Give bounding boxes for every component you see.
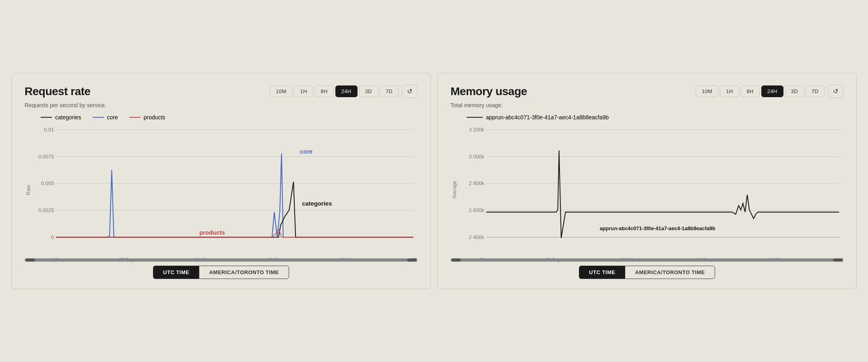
svg-text:2 400k: 2 400k [469,234,484,240]
request-rate-panel: Request rate 10M 1H 8H 24H 3D 7D ↺ Reque… [11,73,431,289]
legend-apprun: apprun-abc4c071-3f0e-41a7-aec4-1a8b8eacf… [467,114,609,121]
right-btn-24h[interactable]: 24H [761,85,783,97]
left-timezone-toggle: UTC TIME AMERICA/TORONTO TIME [25,266,417,279]
right-chart-inner: 3 200k 3 000k 2 800k 2 600k 2 400k appru… [459,125,843,254]
left-btn-8h[interactable]: 8H [315,85,334,97]
svg-text:2 800k: 2 800k [469,180,484,186]
products-line [129,117,141,118]
products-label: products [144,114,165,121]
categories-line [41,117,52,118]
left-slider-thumb-right[interactable] [407,258,417,262]
left-chart-inner: 0.01 0.0075 0.005 0.0025 0 [33,125,417,254]
svg-text:0: 0 [51,234,54,240]
legend-products: products [129,114,165,121]
left-legend: categories core products [25,114,417,121]
right-btn-10m[interactable]: 10M [696,85,718,97]
svg-text:2 600k: 2 600k [469,207,484,213]
svg-text:core: core [300,148,312,155]
left-panel-title: Request rate [25,85,91,98]
svg-text:0.0075: 0.0075 [38,154,54,160]
left-subtitle: Requests per second by service. [25,102,417,108]
categories-label: categories [55,114,81,121]
left-chart-area: Rate 0.01 0.0075 0.005 0.0025 [25,125,417,254]
svg-text:3 200k: 3 200k [469,127,484,133]
svg-text:0.005: 0.005 [41,180,54,186]
right-utc-button[interactable]: UTC TIME [579,266,625,279]
svg-text:0.01: 0.01 [44,127,54,133]
left-chart-svg: 0.01 0.0075 0.005 0.0025 0 [33,125,417,256]
right-chart-svg: 3 200k 3 000k 2 800k 2 600k 2 400k appru… [459,125,843,256]
core-label: core [107,114,118,121]
left-btn-1h[interactable]: 1H [294,85,313,97]
svg-text:apprun-abc4c071-3f0e-41a7-aec4: apprun-abc4c071-3f0e-41a7-aec4-1a8b8eacf… [600,225,716,231]
left-btn-7d[interactable]: 7D [380,85,399,97]
right-btn-8h[interactable]: 8H [741,85,760,97]
right-panel-title: Memory usage [451,85,527,98]
left-time-controls: 10M 1H 8H 24H 3D 7D ↺ [270,85,417,98]
svg-text:3 000k: 3 000k [469,154,484,160]
right-slider-thumb-right[interactable] [833,258,843,262]
left-toronto-button[interactable]: AMERICA/TORONTO TIME [199,266,289,279]
left-slider-thumb-left[interactable] [25,258,35,262]
right-slider-fill [461,258,833,262]
apprun-label: apprun-abc4c071-3f0e-41a7-aec4-1a8b8eacf… [486,114,609,121]
right-y-axis-label: Average [451,125,459,254]
left-slider-fill [35,258,407,262]
right-chart: 3 200k 3 000k 2 800k 2 600k 2 400k appru… [459,125,843,256]
svg-text:categories: categories [302,200,332,207]
legend-core: core [93,114,118,121]
left-btn-10m[interactable]: 10M [270,85,292,97]
left-btn-3d[interactable]: 3D [359,85,378,97]
right-timezone-toggle: UTC TIME AMERICA/TORONTO TIME [451,266,843,279]
memory-usage-panel: Memory usage 10M 1H 8H 24H 3D 7D ↺ Total… [437,73,857,289]
right-refresh-button[interactable]: ↺ [828,85,843,98]
right-toronto-button[interactable]: AMERICA/TORONTO TIME [625,266,715,279]
right-btn-3d[interactable]: 3D [785,85,804,97]
left-btn-24h[interactable]: 24H [335,85,358,97]
dashboard: Request rate 10M 1H 8H 24H 3D 7D ↺ Reque… [11,73,857,289]
apprun-line [467,117,483,118]
right-legend: apprun-abc4c071-3f0e-41a7-aec4-1a8b8eacf… [451,114,843,121]
left-refresh-button[interactable]: ↺ [402,85,417,98]
left-panel-header: Request rate 10M 1H 8H 24H 3D 7D ↺ [25,85,417,98]
right-time-controls: 10M 1H 8H 24H 3D 7D ↺ [696,85,843,98]
right-time-slider[interactable] [451,258,843,262]
core-line [93,117,104,118]
left-chart: 0.01 0.0075 0.005 0.0025 0 [33,125,417,256]
right-btn-1h[interactable]: 1H [720,85,739,97]
legend-categories: categories [41,114,81,121]
right-slider-thumb-left[interactable] [451,258,461,262]
svg-text:0.0025: 0.0025 [38,207,54,213]
svg-text:products: products [199,229,225,236]
left-time-slider[interactable] [25,258,417,262]
left-y-axis-label: Rate [25,125,33,254]
right-btn-7d[interactable]: 7D [806,85,825,97]
right-chart-area: Average 3 200k 3 000k 2 800k 2 60 [451,125,843,254]
left-utc-button[interactable]: UTC TIME [153,266,199,279]
right-panel-header: Memory usage 10M 1H 8H 24H 3D 7D ↺ [451,85,843,98]
right-subtitle: Total memory usage. [451,102,843,108]
